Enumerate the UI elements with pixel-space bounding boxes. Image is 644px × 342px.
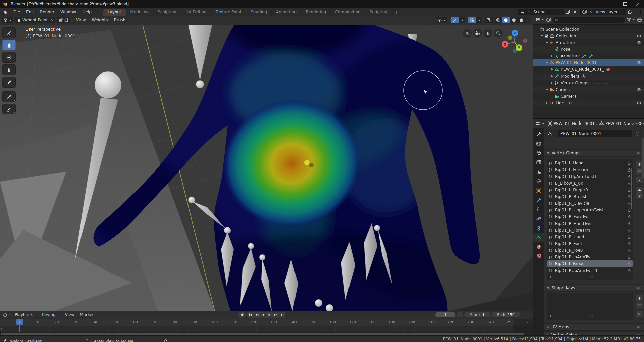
- editor-properties-icon[interactable]: [535, 121, 540, 126]
- editor-outliner-icon[interactable]: [535, 17, 540, 22]
- copy-icon[interactable]: [564, 9, 572, 15]
- menu-render[interactable]: Render: [37, 10, 57, 14]
- disclosure-right-icon[interactable]: [550, 81, 554, 85]
- timeline-tracks[interactable]: [0, 326, 533, 332]
- outliner-row-scene-collection[interactable]: Scene Collection: [533, 26, 644, 33]
- list-grip-icon[interactable]: [589, 313, 594, 319]
- visibility-dropdown[interactable]: [436, 17, 447, 23]
- chevron-down-icon[interactable]: [588, 9, 594, 15]
- timeline-menu-playback[interactable]: Playback: [12, 312, 39, 317]
- blender-menu-icon[interactable]: [0, 8, 10, 16]
- viewport-menu-view[interactable]: View: [73, 18, 89, 22]
- outliner-row-pose[interactable]: Pose: [533, 46, 644, 53]
- viewport-menu-weights[interactable]: Weights: [89, 18, 111, 22]
- close-icon[interactable]: [634, 9, 640, 15]
- panel-header-uv-maps[interactable]: UV Maps: [544, 323, 644, 331]
- new-collection-icon[interactable]: [637, 17, 642, 22]
- vertex-group-row-bip01-r-hand[interactable]: Bip01_R_Hand: [547, 234, 633, 240]
- lock-open-icon[interactable]: [627, 268, 631, 273]
- vertex-group-row-bip01-r-upperarmtwist[interactable]: Bip01_R_UpperArmTwist: [547, 207, 633, 213]
- play-back-button[interactable]: [260, 312, 266, 318]
- shape-key-specials-button[interactable]: [635, 311, 643, 317]
- filter-icon[interactable]: [626, 17, 631, 22]
- add-shape-key-button[interactable]: [635, 295, 643, 301]
- tool-gradient-button[interactable]: [2, 77, 16, 88]
- lock-open-icon[interactable]: [627, 215, 631, 219]
- properties-tab-view-layer[interactable]: [533, 158, 544, 167]
- view-layer-name[interactable]: View Layer: [594, 9, 626, 15]
- gizmos-toggle[interactable]: [451, 17, 465, 23]
- pan-view-button[interactable]: [483, 29, 492, 38]
- tool-blur-button[interactable]: [2, 40, 16, 50]
- view-layer-selector[interactable]: View Layer: [580, 9, 641, 15]
- vertex-group-row-bip01-l-hand[interactable]: Bip01_L_Hand: [547, 160, 633, 166]
- outliner-row-pew-01-nude-0001[interactable]: PEW_01_Nude_0001_: [533, 66, 644, 73]
- frame-start-field[interactable]: Start: 1: [464, 312, 490, 317]
- vertex-group-row-bip01-r-foot[interactable]: Bip01_R_Foot: [547, 240, 633, 247]
- lock-open-icon[interactable]: [627, 208, 631, 212]
- disclosure-down-icon[interactable]: [540, 34, 544, 38]
- lock-open-icon[interactable]: [627, 248, 631, 253]
- vertex-group-row-bip01-l-finger0[interactable]: Bip01_L_Finger0: [547, 187, 633, 193]
- current-frame-field[interactable]: 1: [435, 312, 455, 317]
- lock-open-icon[interactable]: [627, 181, 631, 186]
- tool-draw-brush-button[interactable]: [2, 27, 16, 38]
- visibility-eye-icon[interactable]: [637, 87, 641, 92]
- gizmo-icon[interactable]: [451, 17, 459, 23]
- chevron-down-icon[interactable]: [633, 18, 636, 21]
- overlays-toggle[interactable]: [468, 17, 482, 23]
- overlays-icon[interactable]: [468, 17, 476, 23]
- lock-open-icon[interactable]: [627, 201, 631, 206]
- lock-open-icon[interactable]: [627, 242, 631, 246]
- shape-keys-panel-header[interactable]: Shape Keys: [544, 284, 644, 292]
- rendered-shading-icon[interactable]: [518, 17, 525, 23]
- vertex-group-row-bip01-r-breast[interactable]: Bip01_R_Breast: [547, 193, 633, 200]
- material-shading-icon[interactable]: [510, 17, 518, 23]
- mesh-datablock-browse[interactable]: [546, 130, 557, 137]
- editor-type-button[interactable]: [2, 17, 13, 23]
- outliner-search-input[interactable]: [552, 17, 625, 23]
- chevron-down-icon[interactable]: [460, 19, 465, 22]
- lock-open-icon[interactable]: [627, 262, 631, 266]
- disclosure-down-icon[interactable]: [545, 41, 549, 44]
- outliner-row-light[interactable]: Light: [533, 100, 644, 106]
- lock-open-icon[interactable]: [627, 188, 631, 192]
- perspective-toggle-button[interactable]: [463, 29, 472, 38]
- vertex-group-row-bip01-ruparmtwist[interactable]: Bip01_RUpArmTwist: [547, 254, 633, 260]
- properties-scrollbar[interactable]: [642, 138, 644, 178]
- disclosure-right-icon[interactable]: [545, 101, 549, 105]
- disclosure-down-icon[interactable]: [547, 151, 550, 155]
- close-button[interactable]: [631, 0, 644, 8]
- properties-tab-constraints[interactable]: [533, 224, 544, 233]
- outliner-row-armature[interactable]: Armature: [533, 39, 644, 46]
- visibility-eye-icon[interactable]: [637, 40, 641, 45]
- chevron-down-icon[interactable]: [525, 17, 530, 23]
- chevron-down-icon[interactable]: [9, 313, 12, 316]
- vertex-group-row-bip01-r-clavicle[interactable]: Bip01_R_Clavicle: [547, 200, 633, 207]
- breadcrumb-data[interactable]: PEW_01_Nude_000: [605, 121, 644, 126]
- breadcrumb-object[interactable]: PEW_01_Nude_0001: [554, 121, 595, 126]
- timeline-menu-marker[interactable]: Marker: [77, 312, 96, 317]
- chevron-down-icon[interactable]: [542, 18, 545, 21]
- wireframe-shading-icon[interactable]: [494, 17, 502, 23]
- maximize-button[interactable]: [619, 0, 631, 8]
- jump-end-button[interactable]: [279, 312, 285, 318]
- outliner-row-modifiers[interactable]: Modifiers: [533, 73, 644, 80]
- menu-window[interactable]: Window: [57, 10, 79, 14]
- properties-tab-output[interactable]: [533, 149, 544, 157]
- menu-edit[interactable]: Edit: [23, 10, 37, 14]
- outliner-row-camera[interactable]: Camera: [533, 86, 644, 93]
- vertex-group-row-bip01-ruparmtwist1[interactable]: Bip01_RUpArmTwist1: [547, 267, 633, 274]
- properties-tab-physics[interactable]: [533, 214, 544, 223]
- menu-help[interactable]: Help: [79, 10, 94, 14]
- tool-average-button[interactable]: [2, 52, 16, 63]
- ruler-collapse-icon[interactable]: ‹: [527, 320, 528, 324]
- navigation-gizmo[interactable]: Z X Y: [498, 25, 531, 57]
- outliner-row-camera[interactable]: Camera: [533, 93, 644, 100]
- lock-open-icon[interactable]: [627, 235, 631, 239]
- workspace-tab-modeling[interactable]: Modeling: [126, 9, 154, 16]
- workspace-tab-rendering[interactable]: Rendering: [301, 9, 331, 16]
- editor-timeline-icon[interactable]: [3, 312, 8, 317]
- lock-open-icon[interactable]: [627, 255, 631, 259]
- vertex-group-row-bip01-r-foretwist[interactable]: Bip01_R_ForeTwist: [547, 213, 633, 220]
